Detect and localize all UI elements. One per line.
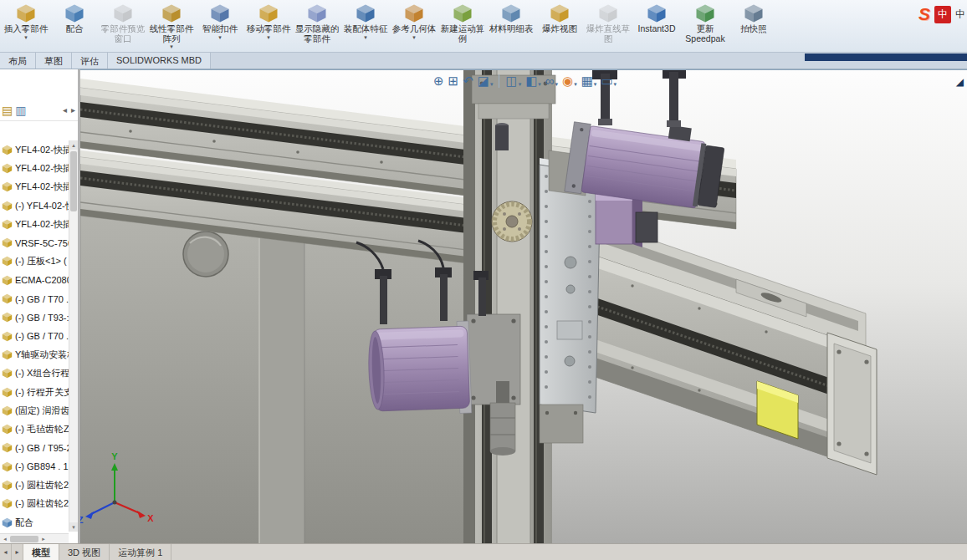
mate-button[interactable]: 配合 ▾ [50, 2, 99, 52]
document-tab[interactable]: 3D 视图 [59, 544, 110, 560]
zoom-to-fit-icon[interactable]: ⊕ ▾ [433, 74, 444, 88]
apply-scene-icon[interactable]: ▦ ▾ [581, 74, 597, 88]
input-language-badge[interactable]: 中 [934, 6, 951, 23]
command-tab[interactable]: 布局 [0, 53, 36, 69]
ribbon-button-label: Instant3D [632, 24, 681, 34]
feature-tree-item[interactable]: VRSF-5C-750 [0, 233, 69, 252]
dropdown-arrow-icon[interactable]: ▾ [594, 80, 597, 88]
panel-back-icon[interactable]: ◂ [62, 105, 68, 115]
section-view-icon[interactable]: ◪ ▾ [478, 74, 494, 88]
scroll-down-icon[interactable]: ▾ [69, 522, 78, 532]
view-orientation-icon[interactable]: ◫ ▾ [505, 74, 521, 88]
assembly-features-button[interactable]: 装配体特征 ▾ [341, 2, 390, 52]
insert-component-icon [16, 3, 36, 23]
display-style-icon[interactable]: ◧ ▾ [525, 74, 541, 88]
feature-tree-item[interactable]: (-) GB / T93-: [0, 308, 69, 327]
dropdown-arrow-icon[interactable]: ▾ [614, 80, 617, 88]
lower-mount-bracket[interactable] [540, 405, 583, 443]
dropdown-arrow-icon[interactable]: ▾ [267, 34, 270, 40]
feature-tree-item[interactable]: (-) 圆柱齿轮2( [0, 476, 69, 494]
feature-tree-item[interactable]: YFL4-02-快插 [0, 159, 69, 177]
part-icon [2, 331, 13, 342]
dropdown-arrow-icon[interactable]: ▾ [218, 34, 222, 40]
linear-component-pattern-button[interactable]: 线性零部件阵列 ▾ [147, 2, 196, 52]
scroll-up-icon[interactable]: ▴ [69, 140, 78, 150]
dropdown-arrow-icon[interactable]: ▾ [538, 80, 541, 88]
update-speedpak-button[interactable]: 更新 Speedpak ▾ [681, 2, 729, 52]
feature-tree-item[interactable]: 配合 [0, 513, 69, 532]
smart-fasteners-button[interactable]: 智能扣件 ▾ [196, 2, 244, 52]
feature-tree-item[interactable]: (-) 压板<1> ( [0, 252, 69, 271]
component-preview-window-button[interactable]: 零部件预览窗口 ▾ [99, 2, 147, 52]
feature-tree-item[interactable]: YFL4-02-快插 [0, 178, 69, 196]
command-tab[interactable]: 草图 [36, 53, 72, 69]
document-tab[interactable]: 运动算例 1 [110, 544, 171, 560]
dropdown-arrow-icon[interactable]: ▾ [364, 34, 367, 40]
dropdown-arrow-icon[interactable]: ▾ [490, 80, 494, 88]
feature-tree-item[interactable]: YFL4-02-快插 [0, 215, 69, 233]
dropdown-arrow-icon[interactable]: ▾ [412, 34, 416, 40]
command-tab[interactable]: 评估 [72, 53, 108, 69]
feature-tree-item[interactable]: (固定) 润滑齿 [0, 401, 69, 420]
featuremanager-tab-icon[interactable]: ▤ [2, 104, 13, 117]
lubrication-gear[interactable] [492, 201, 532, 242]
hide-show-items-icon[interactable]: ∞ ▾ [545, 74, 558, 88]
part-icon [2, 387, 13, 398]
dropdown-arrow-icon[interactable]: ▾ [574, 80, 577, 88]
dropdown-arrow-icon[interactable]: ▾ [24, 34, 28, 40]
insert-components-button[interactable]: 插入零部件 ▾ [2, 2, 50, 52]
feature-tree-item-label: (固定) 润滑齿 [15, 405, 69, 417]
carriage-plate[interactable] [540, 158, 601, 413]
feature-tree-item[interactable]: (-) 圆柱齿轮2( [0, 495, 69, 513]
scrollbar-thumb[interactable] [10, 536, 38, 542]
exploded-view-button[interactable]: 爆炸视图 ▾ [535, 2, 584, 52]
scroll-right-icon[interactable]: ▸ [38, 536, 49, 542]
explode-line-sketch-button[interactable]: 爆炸直线草图 ▾ [584, 2, 632, 52]
displaymanager-tab-icon[interactable]: ▥ [15, 104, 26, 117]
feature-tree-item-label: (-) GB / T93-: [15, 313, 69, 323]
ribbon-button-label: 材料明细表 [487, 24, 535, 34]
instant3d-button[interactable]: Instant3D ▾ [632, 2, 681, 52]
graphics-viewport[interactable]: Y X Z ⊕ ▾ ⊞ ▾ ↶ ▾ [80, 69, 967, 543]
view-settings-icon[interactable]: ▭ ▾ [601, 74, 617, 88]
tab-scroll-right-icon[interactable]: ▸ [12, 544, 23, 560]
feature-tree-item[interactable]: YFL4-02-快插 [0, 140, 69, 159]
feature-tree-item[interactable]: (-) 行程开关支 [0, 383, 69, 401]
dropdown-arrow-icon[interactable]: ▾ [170, 43, 173, 49]
take-snapshot-button[interactable]: 拍快照 ▾ [729, 2, 778, 52]
show-hidden-components-button[interactable]: 显示隐藏的零部件 ▾ [293, 2, 341, 52]
command-tab[interactable]: SOLIDWORKS MBD [108, 53, 211, 69]
input-language-text[interactable]: 中 [955, 8, 967, 22]
bill-of-materials-button[interactable]: 材料明细表 ▾ [487, 2, 535, 52]
reference-geometry-button[interactable]: 参考几何体 ▾ [390, 2, 438, 52]
scroll-left-icon[interactable]: ◂ [0, 536, 10, 542]
feature-tree-item[interactable]: (-) GB / T95-2 [0, 439, 69, 457]
ribbon-button-label: 显示隐藏的零部件 [293, 24, 341, 43]
feature-tree-item[interactable]: Y轴驱动安装板 [0, 345, 69, 364]
tab-scroll-left-icon[interactable]: ◂ [0, 544, 12, 560]
feature-tree-item[interactable]: (-) YFL4-02-快 [0, 196, 69, 215]
linear-component-pattern-icon [161, 3, 182, 23]
tree-vertical-scrollbar[interactable]: ▴ ▾ [69, 140, 78, 532]
heads-up-view-toolbar: ⊕ ▾ ⊞ ▾ ↶ ▾ ◪ ▾ ◫ ▾ [433, 72, 617, 90]
featuremanager-collapse-arrow-icon[interactable]: ◢ [956, 77, 964, 87]
arm-end-cap[interactable] [827, 333, 877, 475]
dropdown-arrow-icon[interactable]: ▾ [555, 80, 559, 88]
edit-appearance-icon[interactable]: ◉ ▾ [562, 74, 577, 88]
tree-horizontal-scrollbar[interactable]: ◂ ▸ [0, 533, 69, 543]
feature-tree-item[interactable]: (-) GB / T70 . [0, 289, 69, 308]
scrollbar-thumb[interactable] [70, 151, 77, 211]
feature-tree-item[interactable]: (-) GB / T70 . [0, 327, 69, 345]
previous-view-icon[interactable]: ↶ ▾ [463, 74, 473, 88]
feature-tree-item[interactable]: (-) GB894 . 1 [0, 457, 69, 476]
move-component-button[interactable]: 移动零部件 ▾ [244, 2, 293, 52]
viewport-3d-scene[interactable]: Y X Z [80, 70, 967, 543]
feature-tree-item[interactable]: (-) 毛毡齿轮Z: [0, 420, 69, 438]
zoom-to-area-icon[interactable]: ⊞ ▾ [448, 74, 459, 88]
new-motion-study-button[interactable]: 新建运动算例 ▾ [438, 2, 487, 52]
feature-tree-item[interactable]: (-) X组合行程 [0, 364, 69, 383]
panel-forward-icon[interactable]: ▸ [70, 105, 76, 115]
dropdown-arrow-icon[interactable]: ▾ [519, 80, 522, 88]
document-tab[interactable]: 模型 [23, 544, 59, 560]
feature-tree-item[interactable]: ECMA-C2080 [0, 271, 69, 289]
